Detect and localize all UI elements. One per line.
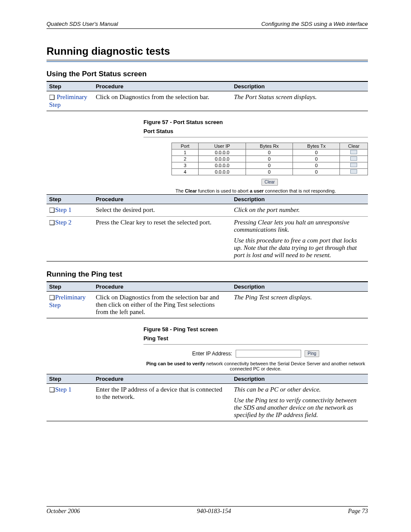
ping-prelim-table: Step Procedure Description ❑Preliminary … bbox=[47, 282, 368, 318]
port-status-screenshot: Port User IP Bytes Rx Bytes Tx Clear 10.… bbox=[171, 143, 368, 186]
rule bbox=[143, 137, 368, 137]
desc-cell: Click on the port number. bbox=[231, 204, 368, 217]
table-row: ❑Step 1 Enter the IP address of a device… bbox=[47, 384, 368, 421]
th-proc: Procedure bbox=[93, 82, 231, 91]
th-proc: Procedure bbox=[93, 282, 231, 292]
checkbox-icon: ❑ bbox=[49, 294, 55, 302]
header-left: Quatech SDS User's Manual bbox=[47, 21, 118, 27]
figure-caption: Figure 57 - Port Status screen bbox=[143, 119, 368, 125]
proc-cell: Select the desired port. bbox=[93, 204, 231, 217]
th-step: Step bbox=[47, 374, 93, 384]
ps-col-ip: User IP bbox=[199, 143, 246, 149]
desc-cell: The Ping Test screen displays. bbox=[231, 292, 368, 318]
table-row: ❑Preliminary Step Click on Diagnostics f… bbox=[47, 292, 368, 318]
th-proc: Procedure bbox=[93, 195, 231, 204]
step-link[interactable]: Step 1 bbox=[55, 386, 72, 393]
ping-note: Ping can be used to verify network conne… bbox=[143, 361, 368, 371]
figure-caption: Figure 58 - Ping Test screen bbox=[143, 326, 368, 333]
table-row: 10.0.0.000 bbox=[172, 149, 368, 156]
footer-center: 940-0183-154 bbox=[197, 508, 231, 515]
table-row: 40.0.0.000 bbox=[172, 169, 368, 175]
th-step: Step bbox=[47, 195, 93, 204]
screen-title: Port Status bbox=[143, 128, 368, 134]
clear-row-button[interactable] bbox=[350, 156, 357, 161]
header-right: Configuring the SDS using a Web interfac… bbox=[261, 21, 368, 27]
th-desc: Description bbox=[231, 282, 368, 292]
checkbox-icon: ❑ bbox=[49, 206, 55, 214]
page-footer: October 2006 940-0183-154 Page 73 bbox=[47, 506, 368, 515]
clear-button[interactable]: Clear bbox=[262, 179, 278, 186]
table-row: 20.0.0.000 bbox=[172, 156, 368, 162]
checkbox-icon: ❑ bbox=[49, 219, 55, 227]
th-step: Step bbox=[47, 82, 93, 91]
ping-steps-table: Step Procedure Description ❑Step 1 Enter… bbox=[47, 374, 368, 421]
section-title: Running diagnostic tests bbox=[47, 45, 368, 57]
proc-cell: Enter the IP address of a device that is… bbox=[93, 384, 231, 421]
table-row: 30.0.0.000 bbox=[172, 162, 368, 169]
clear-row-button[interactable] bbox=[350, 163, 357, 167]
rule bbox=[143, 344, 368, 345]
port-status-prelim-table: Step Procedure Description ❑ Preliminary… bbox=[47, 81, 368, 111]
footer-left: October 2006 bbox=[47, 508, 80, 515]
desc-cell: This can be a PC or other device. Use th… bbox=[231, 384, 368, 421]
proc-cell: Click on Diagnostics from the selection … bbox=[93, 91, 231, 111]
desc-cell: Pressing Clear lets you halt an unrespon… bbox=[231, 217, 368, 261]
checkbox-icon: ❑ bbox=[49, 386, 55, 394]
step-link[interactable]: Step 2 bbox=[55, 219, 72, 226]
checkbox-icon: ❑ bbox=[49, 93, 55, 101]
page-header: Quatech SDS User's Manual Configuring th… bbox=[47, 21, 368, 29]
ping-screenshot: Enter IP Address: Ping Ping can be used … bbox=[143, 350, 368, 371]
ps-col-port: Port bbox=[172, 143, 199, 149]
subtitle-port-status: Using the Port Status screen bbox=[47, 70, 368, 78]
th-desc: Description bbox=[231, 195, 368, 204]
ping-button[interactable]: Ping bbox=[305, 350, 319, 357]
ps-col-rx: Bytes Rx bbox=[246, 143, 293, 149]
step-link[interactable]: Step 1 bbox=[55, 206, 72, 213]
proc-cell: Click on Diagnostics from the selection … bbox=[93, 292, 231, 318]
ps-col-tx: Bytes Tx bbox=[293, 143, 340, 149]
footer-right: Page 73 bbox=[348, 508, 368, 515]
proc-cell: Press the Clear key to reset the selecte… bbox=[93, 217, 231, 261]
clear-row-button[interactable] bbox=[350, 169, 357, 174]
ps-col-clear: Clear bbox=[340, 143, 368, 149]
th-desc: Description bbox=[231, 82, 368, 91]
th-step: Step bbox=[47, 282, 93, 292]
clear-note: The Clear function is used to abort a us… bbox=[143, 188, 368, 193]
th-desc: Description bbox=[231, 374, 368, 384]
table-row: ❑Step 2 Press the Clear key to reset the… bbox=[47, 217, 368, 261]
table-row: ❑Step 1 Select the desired port. Click o… bbox=[47, 204, 368, 217]
section-rule bbox=[47, 60, 368, 62]
clear-row-button[interactable] bbox=[350, 150, 357, 154]
th-proc: Procedure bbox=[93, 374, 231, 384]
ip-address-input[interactable] bbox=[236, 350, 301, 358]
table-row: ❑ Preliminary Step Click on Diagnostics … bbox=[47, 91, 368, 111]
subtitle-ping: Running the Ping test bbox=[47, 270, 368, 279]
ip-label: Enter IP Address: bbox=[192, 351, 232, 357]
port-status-data-table: Port User IP Bytes Rx Bytes Tx Clear 10.… bbox=[171, 143, 368, 175]
desc-cell: The Port Status screen displays. bbox=[231, 91, 368, 111]
screen-title: Ping Test bbox=[143, 335, 368, 342]
port-status-steps-table: Step Procedure Description ❑Step 1 Selec… bbox=[47, 194, 368, 261]
